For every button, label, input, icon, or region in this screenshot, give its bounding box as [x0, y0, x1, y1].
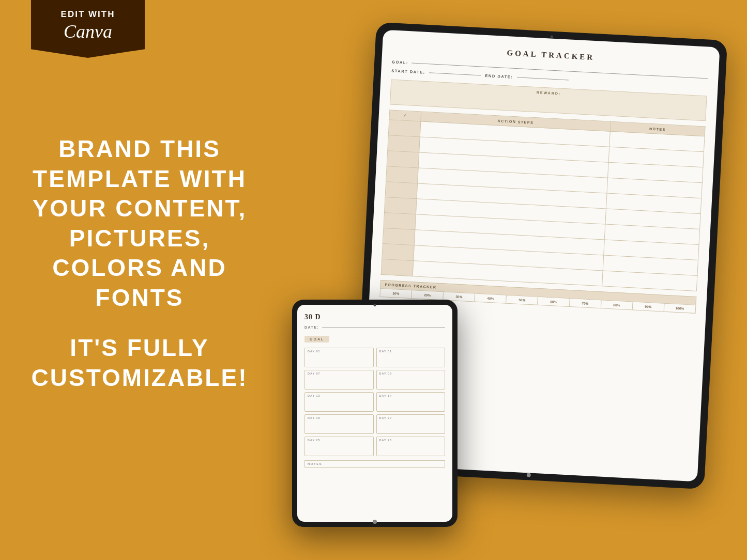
tablets-container: GOAL TRACKER GOAL: START DATE: END DATE:… — [292, 31, 716, 527]
check-cell — [388, 135, 420, 152]
check-cell — [384, 197, 417, 214]
day-label: DAY 02 — [379, 350, 443, 353]
check-cell — [384, 213, 416, 230]
day-box — [308, 376, 371, 387]
progress-cell: 10% — [380, 289, 412, 298]
end-date-rule — [517, 77, 569, 80]
edit-with-label: EDIT WITH — [43, 9, 132, 20]
day-label: DAY 25 — [308, 439, 371, 442]
progress-cell: 20% — [411, 290, 444, 300]
day-box — [379, 421, 443, 432]
day-label: DAY 14 — [379, 394, 443, 397]
day-cell: DAY 01 — [304, 348, 374, 367]
day-label: DAY 13 — [308, 394, 371, 397]
day-cell: DAY 13 — [304, 392, 374, 412]
day-cell: DAY 19 — [304, 414, 374, 434]
check-cell — [383, 228, 415, 245]
check-icon: ✓ — [403, 114, 407, 117]
left-text-section: BRAND THIS TEMPLATE WITH YOUR CONTENT, P… — [31, 134, 248, 393]
day-box — [379, 376, 443, 387]
progress-cell: 80% — [601, 300, 633, 309]
notes-section: NOTES — [304, 460, 445, 468]
camera-dot-front — [374, 304, 376, 306]
day-label: DAY 20 — [379, 416, 443, 419]
day-label: DAY 07 — [308, 372, 371, 375]
day-cell: DAY 20 — [376, 414, 446, 434]
text-line-3: YOUR CONTENT, — [31, 194, 248, 224]
goal-badge: GOAL — [304, 336, 329, 343]
check-cell — [385, 182, 418, 199]
day-label: DAY 08 — [379, 372, 443, 375]
day-cell: DAY 08 — [376, 370, 446, 390]
edit-with-canva-banner: EDIT WITH Canva — [31, 0, 145, 58]
day-box — [308, 443, 371, 454]
day-label: DAY 19 — [308, 416, 371, 419]
text-line-8: CUSTOMIZABLE! — [31, 363, 248, 393]
progress-cell: 100% — [664, 304, 696, 313]
canva-label: Canva — [43, 21, 132, 42]
text-line-1: BRAND THIS — [31, 134, 248, 164]
day-cell: DAY 14 — [376, 392, 446, 412]
day-cell: DAY 07 — [304, 370, 374, 390]
check-cell — [381, 259, 414, 276]
progress-cell: 40% — [475, 294, 507, 303]
progress-cell: 50% — [506, 295, 538, 305]
tablet-home-dot-front — [373, 520, 377, 524]
date-line: DATE: — [304, 325, 445, 329]
thirty-day-tablet: 30 D DATE: GOAL DAY 01 DAY 02 DAY 07 DAY… — [292, 300, 458, 527]
tablet-home-dot-back — [527, 473, 531, 477]
day-grid: DAY 01 DAY 02 DAY 07 DAY 08 DAY 13 DAY 1… — [304, 348, 445, 456]
thirty-day-screen: 30 D DATE: GOAL DAY 01 DAY 02 DAY 07 DAY… — [297, 305, 452, 522]
day-label: DAY 01 — [308, 350, 371, 353]
day-cell: DAY 02 — [376, 348, 446, 367]
day-box — [379, 398, 443, 410]
day-cell: DAY 25 — [304, 437, 374, 456]
day-box — [308, 398, 371, 410]
day-box — [379, 443, 443, 454]
day-box — [379, 354, 443, 365]
start-date-label: START DATE: — [391, 68, 425, 74]
progress-cell: 60% — [538, 297, 570, 306]
goal-label: GOAL: — [392, 59, 408, 65]
check-cell — [386, 166, 419, 183]
thirty-day-title: 30 D — [304, 313, 445, 321]
notes-label: NOTES — [308, 462, 442, 465]
check-cell — [388, 120, 421, 137]
check-cell — [387, 151, 419, 168]
camera-dot-back — [551, 35, 553, 38]
text-line-2: TEMPLATE WITH — [31, 164, 248, 194]
text-line-7: IT'S FULLY — [31, 333, 248, 363]
customizable-text: IT'S FULLY CUSTOMIZABLE! — [31, 333, 248, 393]
date-label: DATE: — [304, 325, 319, 329]
end-date-label: END DATE: — [485, 73, 513, 80]
action-table: ✓ ACTION STEPS NOTES — [381, 110, 706, 291]
day-label: DAY 26 — [379, 439, 443, 442]
text-line-5: COLORS AND — [31, 253, 248, 283]
day-box — [308, 354, 371, 365]
start-date-rule — [430, 72, 481, 75]
progress-cell: 70% — [570, 299, 602, 308]
day-box — [308, 421, 371, 432]
date-rule — [322, 327, 445, 328]
check-cell — [382, 244, 415, 261]
brand-text: BRAND THIS TEMPLATE WITH YOUR CONTENT, P… — [31, 134, 248, 313]
text-line-6: FONTS — [31, 283, 248, 313]
day-cell: DAY 26 — [376, 437, 446, 456]
progress-cell: 90% — [633, 302, 665, 312]
text-line-4: PICTURES, — [31, 224, 248, 254]
